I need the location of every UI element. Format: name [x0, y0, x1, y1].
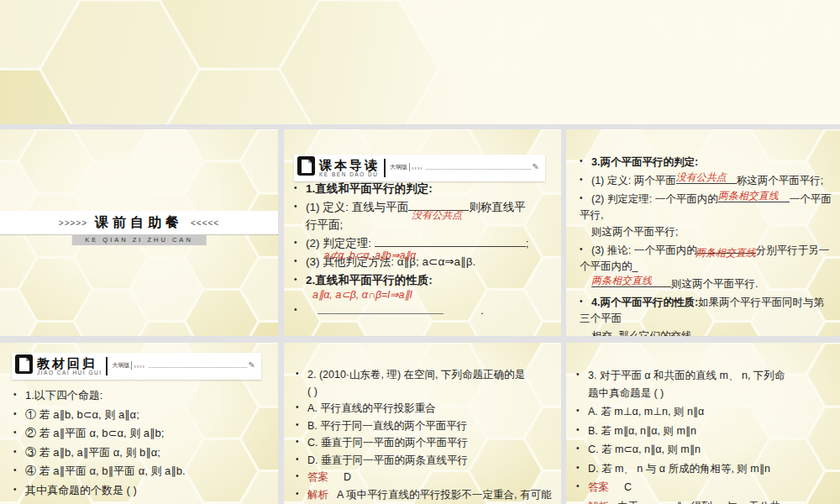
text-line: •(2) 判定定理: a⊄α, b⊂α, a∥b⇒a∥α; — [294, 234, 553, 252]
bullet-icon: • — [294, 271, 306, 288]
slide-question-2[interactable]: •2. (2010·山东卷, 理) 在空间, 下列命题正确的是 ( ) •A. … — [284, 343, 561, 504]
fill-answer: 两条相交直线 — [718, 188, 779, 204]
answer-rule — [318, 303, 444, 314]
text-line: •1.直线和平面平行的判定: — [294, 180, 553, 197]
text-line: •. — [294, 302, 553, 319]
option-line: •D. 垂直于同一平面的两条直线平行 — [296, 452, 553, 469]
text: 则这两个平面平行. — [671, 278, 758, 290]
text: 相交, 那么它们的交线 — [591, 330, 691, 336]
fill-answer: 没有公共点 — [412, 207, 462, 223]
text: ④ 若 a∥平面 α, b∥平面 α, 则 a∥b. — [25, 465, 186, 477]
options-line: •A. 0B. 1 — [13, 500, 267, 504]
text: 则这两个平面平行; — [591, 226, 678, 238]
option-d: D. 垂直于同一平面的两条直线平行 — [307, 454, 468, 466]
explanation-line: •解析A 项中平行直线的平行投影不一定重合, 有可能平 — [296, 486, 553, 504]
section-banner: >>>>> 课前自助餐 <<<<< KE QIAN ZI ZHU CAN — [0, 211, 278, 246]
header-edition: 大纲版 — [110, 361, 132, 370]
page-icon — [297, 156, 316, 180]
dotted-rule — [426, 168, 530, 170]
text-line: 题中真命题是 ( ) — [576, 386, 835, 402]
section-header-return: 教材回归 JIAO CAI HUI GUI 大纲版 ›››› ✎ — [12, 353, 261, 380]
bullet-icon: • — [296, 417, 307, 433]
text: . — [480, 304, 484, 317]
bullet-icon: • — [13, 444, 25, 461]
text: ② 若 a∥平面 α, b⊂α, 则 a∥b; — [25, 427, 164, 439]
header-arrows-icon: ›››› — [134, 364, 144, 370]
bullet-icon: • — [576, 497, 588, 504]
bullet-icon: • — [296, 452, 307, 468]
option-a: A. 平行直线的平行投影重合 — [307, 402, 436, 414]
explanation-label: 解析 — [588, 501, 609, 504]
option-line: •C. 垂直于同一平面的两个平面平行 — [296, 434, 553, 451]
option-line: •D. 若 m、 n 与 α 所成的角相等, 则 m∥n — [576, 459, 835, 478]
text: 称这两个平面平行; — [737, 175, 823, 186]
fill-blank: a⊄α, b⊂α, a∥b⇒a∥α — [375, 235, 526, 247]
option-line: •A. 平行直线的平行投影重合 — [296, 400, 553, 417]
banner-title: 课前自助餐 — [95, 214, 183, 232]
answer-label: 答案 — [307, 471, 328, 483]
pencil-icon: ✎ — [249, 360, 255, 370]
explanation-text: A 项中平行直线的平行投影不一定重合, 有可能平 — [296, 489, 552, 504]
fill-blank: 两条相交直线 — [718, 191, 790, 202]
text-line: 两条相交直线则这两个平面平行. — [580, 276, 833, 292]
slide-question-3[interactable]: •3. 对于平面 α 和共面的直线 m、 n, 下列命 题中真命题是 ( ) •… — [566, 343, 840, 504]
slide-self-service-banner[interactable]: >>>>> 课前自助餐 <<<<< KE QIAN ZI ZHU CAN — [0, 129, 278, 336]
fill-blank: 没有公共点 — [676, 172, 737, 184]
text-line: •(3) 推论: 一个平面内的两条相交直线分别平行于另一个平面内的_ — [580, 241, 833, 275]
explanation-label: 解析 — [307, 489, 328, 501]
slide-plane-parallel[interactable]: •3.两个平面平行的判定: •(1) 定义: 两个平面没有公共点称这两个平面平行… — [566, 129, 840, 336]
slide-content: •3.两个平面平行的判定: •(1) 定义: 两个平面没有公共点称这两个平面平行… — [580, 153, 833, 336]
bullet-icon: • — [13, 386, 25, 404]
answer-label: 答案 — [588, 481, 609, 493]
background-veil — [0, 0, 840, 124]
heading-text: 4.两个平面平行的性质: — [591, 297, 698, 308]
pencil-icon: ✎ — [533, 162, 539, 171]
option-line: •C. 若 m⊂α, n∥α, 则 m∥n — [576, 440, 835, 459]
option-line: •A. 若 m⊥α, m⊥n, 则 n∥α — [576, 402, 835, 421]
text-line: •(1) 定义: 两个平面没有公共点称这两个平面平行; — [580, 171, 833, 189]
option-b: B. 若 m∥α, n∥α, 则 m∥n — [588, 425, 696, 437]
bullet-icon: • — [296, 434, 307, 450]
fill-answer: 没有公共点 — [676, 170, 727, 186]
option-c: C. 若 m⊂α, n∥α, 则 m∥n — [588, 444, 701, 455]
text-line: •① 若 a∥b, b⊂α, 则 a∥α; — [13, 406, 267, 424]
text-line: 相交, 那么它们的交线平行. — [580, 328, 833, 336]
header-edition: 大纲版 — [388, 163, 410, 171]
chevrons-left-icon: >>>>> — [59, 218, 87, 228]
text-line: •4.两个平面平行的性质:如果两个平行平面同时与第三个平面 — [580, 293, 833, 327]
text-line: •2. (2010·山东卷, 理) 在空间, 下列命题正确的是 — [296, 366, 553, 383]
bullet-icon: • — [580, 241, 591, 257]
banner-pinyin: KE QIAN ZI ZHU CAN — [71, 234, 207, 245]
slide-textbook-return[interactable]: 教材回归 JIAO CAI HUI GUI 大纲版 ›››› ✎ •1.以下四个… — [0, 343, 278, 504]
bullet-icon: • — [13, 462, 25, 480]
slide-textbook-reading[interactable]: 课本导读 KE BEN DAO DU 大纲版 ›››› ✎ •1.直线和平面平行… — [284, 129, 561, 336]
answer-value: D — [344, 471, 351, 483]
fill-answer: a∥α, a⊂β, α∩β=l⇒a∥l — [312, 286, 553, 303]
text-line: •(1) 定义: 直线与平面没有公共点则称直线平 — [294, 198, 553, 216]
header-title: 课本导读 — [319, 159, 380, 171]
bullet-icon: • — [296, 366, 307, 382]
fill-answer: a⊄α, b⊂α, a∥b⇒a∥α — [324, 247, 416, 264]
explanation-text: 由于 m⊂α, n∥α 得到 m 与 n 无公共 — [617, 501, 780, 504]
text-line: •3.两个平面平行的判定: — [580, 153, 833, 171]
text-line: 则这两个平面平行; — [580, 224, 833, 240]
option-a: A. 若 m⊥α, m⊥n, 则 n∥α — [588, 406, 704, 417]
bullet-icon: • — [576, 440, 588, 457]
slide-content: •2. (2010·山东卷, 理) 在空间, 下列命题正确的是 ( ) •A. … — [296, 366, 553, 504]
bullet-icon: • — [576, 422, 588, 438]
fill-blank: 平行 — [691, 328, 738, 336]
text: (1) 定义: 直线与平面 — [306, 201, 408, 213]
header-pinyin: KE BEN DAO DU — [319, 171, 380, 177]
text: ( ) — [307, 386, 318, 397]
text: ③ 若 a∥b, a∥平面 α, 则 b∥α; — [25, 446, 160, 459]
bullet-icon: • — [13, 481, 25, 499]
text-line: •1.以下四个命题: — [13, 386, 267, 405]
section-header-reading: 课本导读 KE BEN DAO DU 大纲版 ›››› ✎ — [294, 155, 545, 181]
bullet-icon: • — [576, 402, 588, 419]
slide-previous-partial[interactable] — [0, 0, 840, 124]
fill-answer: 平行 — [705, 335, 725, 336]
option-line: •B. 若 m∥α, n∥α, 则 m∥n — [576, 422, 835, 440]
bullet-icon: • — [576, 459, 588, 476]
fill-blank: 没有公共点 — [408, 199, 469, 211]
bullet-icon: • — [294, 180, 306, 197]
